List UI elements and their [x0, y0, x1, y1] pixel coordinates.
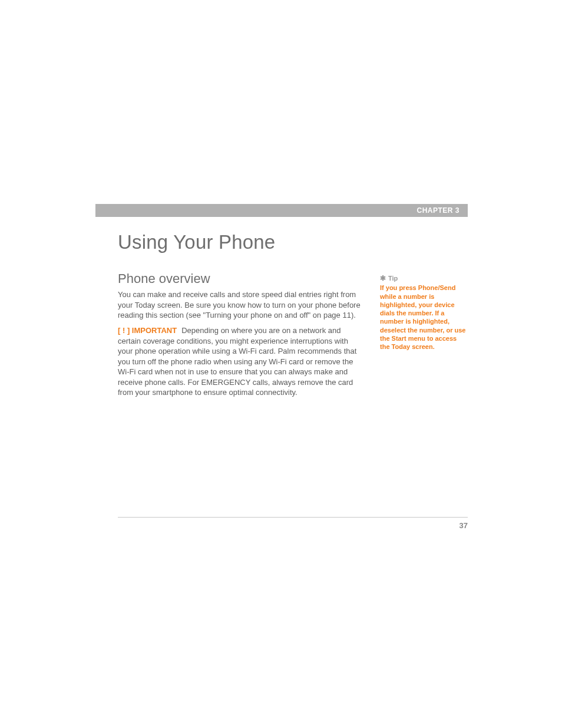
- asterisk-icon: ✱: [380, 275, 386, 282]
- page-title: Using Your Phone: [118, 231, 275, 253]
- intro-text: You can make and receive calls and store…: [118, 289, 364, 321]
- chapter-bar: CHAPTER 3: [95, 204, 468, 217]
- important-label: [ ! ] IMPORTANT: [118, 326, 177, 335]
- tip-header: ✱ Tip: [380, 274, 467, 282]
- footer-divider: [118, 517, 468, 518]
- tip-label: Tip: [388, 274, 398, 282]
- intro-paragraph: You can make and receive calls and store…: [118, 289, 364, 321]
- important-text: Depending on where you are on a network …: [118, 326, 356, 397]
- document-page: CHAPTER 3 Using Your Phone Phone overvie…: [0, 0, 562, 728]
- page-number: 37: [459, 521, 468, 530]
- chapter-label: CHAPTER 3: [416, 206, 459, 215]
- section-heading: Phone overview: [118, 271, 210, 286]
- important-block: [ ! ] IMPORTANTDepending on where you ar…: [118, 325, 364, 398]
- tip-body: If you press Phone/Send while a number i…: [380, 284, 467, 351]
- tip-sidebar: ✱ Tip If you press Phone/Send while a nu…: [380, 274, 467, 351]
